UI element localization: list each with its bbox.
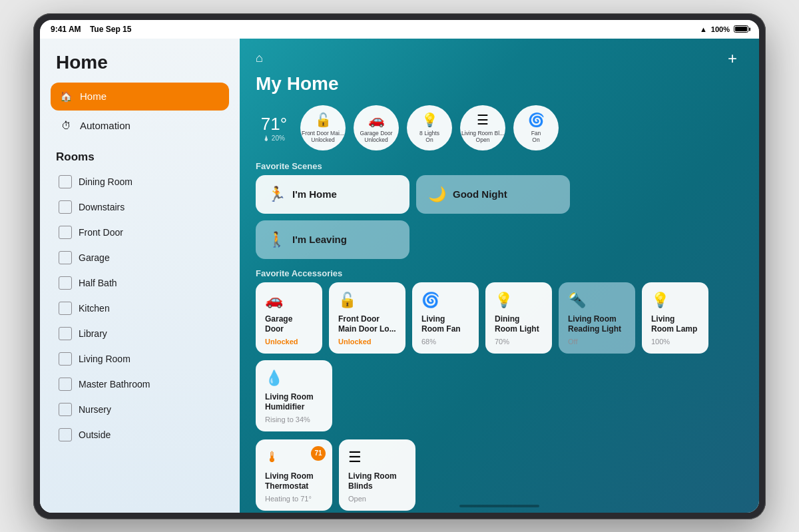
- room-living-room[interactable]: Living Room: [51, 346, 229, 372]
- im-leaving-icon: 🚶: [268, 231, 286, 248]
- room-outside[interactable]: Outside: [51, 422, 229, 447]
- room-library[interactable]: Library: [51, 321, 229, 346]
- front-door-tile-small[interactable]: 🔓 Front Door Mai...Unlocked: [300, 105, 346, 150]
- room-master-bathroom[interactable]: Master Bathroom: [51, 372, 229, 397]
- status-tiles: 71° 🌢 20% 🔓 Front Door Mai...Unlocked 🚗 …: [240, 100, 759, 158]
- reading-light-icon: 🔦: [568, 292, 626, 309]
- room-garage[interactable]: Garage: [51, 245, 229, 270]
- accessories-grid-2: 🌡 Living Room Thermostat Heating to 71° …: [240, 439, 759, 513]
- room-front-door[interactable]: Front Door: [51, 220, 229, 245]
- status-right: ▲ 100%: [700, 25, 748, 33]
- humidifier-icon: 💧: [265, 370, 323, 387]
- room-icon: [59, 226, 72, 239]
- temperature-tile[interactable]: 71° 🌢 20%: [256, 114, 292, 142]
- fan-name: Living Room Fan: [421, 314, 469, 335]
- rooms-header: Rooms: [56, 150, 229, 164]
- humidifier-status: Rising to 34%: [265, 415, 323, 423]
- im-home-label: I'm Home: [292, 188, 337, 200]
- wifi-icon: ▲: [700, 25, 707, 33]
- reading-light-name: Living Room Reading Light: [568, 314, 626, 335]
- garage-door-status: Unlocked: [265, 338, 313, 346]
- lights-small-icon: 💡: [421, 112, 438, 128]
- thermostat-status: Heating to 71°: [265, 495, 323, 503]
- temp-sub: 🌢 20%: [263, 134, 285, 142]
- room-half-bath[interactable]: Half Bath: [51, 270, 229, 296]
- accessory-living-room-lamp[interactable]: 💡 Living Room Lamp 100%: [642, 282, 708, 354]
- room-downstairs[interactable]: Downstairs: [51, 194, 229, 220]
- temp-value: 71°: [261, 114, 287, 134]
- front-door-small-label: Front Door Mai...Unlocked: [302, 130, 344, 143]
- accessory-front-door[interactable]: 🔓 Front Door Main Door Lo... Unlocked: [329, 282, 405, 354]
- thermostat-name: Living Room Thermostat: [265, 471, 323, 492]
- thermostat-badge: 71: [311, 446, 326, 461]
- scenes-header: Favorite Scenes: [240, 158, 759, 175]
- accessory-living-room-fan[interactable]: 🌀 Living Room Fan 68%: [412, 282, 479, 354]
- sidebar-item-automation[interactable]: ⏱ Automation: [51, 112, 229, 140]
- blinds-small-label: Living Room Bl...Open: [461, 130, 504, 143]
- battery-label: 100%: [711, 25, 730, 33]
- im-leaving-label: I'm Leaving: [292, 234, 347, 245]
- home-nav-icon: 🏠: [59, 89, 73, 104]
- home-indicator: [459, 505, 539, 507]
- fan-tile-small[interactable]: 🌀 FanOn: [513, 105, 559, 150]
- garage-door-icon: 🚗: [265, 292, 313, 309]
- sidebar: Home 🏠 Home ⏱ Automation Rooms Dining Ro…: [40, 39, 240, 513]
- accessory-dining-room-light[interactable]: 💡 Dining Room Light 70%: [485, 282, 552, 354]
- fan-small-label: FanOn: [531, 130, 541, 143]
- good-night-label: Good Night: [453, 188, 507, 200]
- room-icon: [59, 428, 72, 441]
- front-door-name: Front Door Main Door Lo...: [338, 314, 396, 335]
- blinds-tile-small[interactable]: ☰ Living Room Bl...Open: [460, 105, 505, 150]
- room-icon: [59, 200, 72, 214]
- automation-nav-icon: ⏱: [59, 119, 73, 133]
- ipad-screen: 9:41 AM Tue Sep 15 ▲ 100% Home 🏠 Home: [40, 20, 759, 513]
- garage-small-label: Garage DoorUnlocked: [360, 130, 392, 143]
- scene-im-leaving[interactable]: 🚶 I'm Leaving: [256, 220, 409, 259]
- room-icon: [59, 327, 72, 340]
- scene-good-night[interactable]: 🌙 Good Night: [416, 175, 570, 214]
- lamp-name: Living Room Lamp: [651, 314, 699, 335]
- accessory-humidifier[interactable]: 💧 Living Room Humidifier Rising to 34%: [256, 360, 332, 431]
- front-door-status: Unlocked: [338, 338, 396, 346]
- accessory-thermostat[interactable]: 🌡 Living Room Thermostat Heating to 71° …: [256, 439, 332, 511]
- good-night-icon: 🌙: [428, 186, 446, 203]
- room-icon: [59, 251, 72, 264]
- room-nursery[interactable]: Nursery: [51, 397, 229, 422]
- blinds-status: Open: [348, 495, 406, 503]
- im-home-icon: 🏃: [268, 186, 286, 203]
- lamp-icon: 💡: [651, 292, 699, 309]
- garage-tile-small[interactable]: 🚗 Garage DoorUnlocked: [354, 105, 399, 150]
- accessory-garage-door[interactable]: 🚗 Garage Door Unlocked: [256, 282, 322, 354]
- room-icon: [59, 403, 72, 416]
- blinds-small-icon: ☰: [477, 112, 489, 128]
- sidebar-item-home[interactable]: 🏠 Home: [51, 83, 229, 111]
- reading-light-status: Off: [568, 338, 626, 346]
- room-icon: [59, 276, 72, 290]
- room-dining-room[interactable]: Dining Room: [51, 169, 229, 194]
- accessory-reading-light[interactable]: 🔦 Living Room Reading Light Off: [559, 282, 635, 354]
- fan-icon: 🌀: [421, 292, 469, 309]
- blinds-name: Living Room Blinds: [348, 471, 406, 492]
- room-icon: [59, 302, 72, 315]
- room-icon: [59, 352, 72, 366]
- front-door-icon: 🔓: [338, 292, 396, 309]
- dining-light-name: Dining Room Light: [495, 314, 543, 335]
- home-header-icon: ⌂: [256, 51, 263, 65]
- room-kitchen[interactable]: Kitchen: [51, 296, 229, 321]
- accessories-header: Favorite Accessories: [240, 266, 759, 282]
- accessories-grid: 🚗 Garage Door Unlocked 🔓 Front Door Main…: [240, 282, 759, 445]
- lights-tile-small[interactable]: 💡 8 LightsOn: [407, 105, 452, 150]
- ipad-frame: 9:41 AM Tue Sep 15 ▲ 100% Home 🏠 Home: [33, 13, 766, 519]
- page-title: My Home: [256, 73, 338, 94]
- front-door-small-icon: 🔓: [315, 112, 332, 128]
- accessory-blinds[interactable]: ☰ Living Room Blinds Open: [339, 439, 415, 511]
- room-icon: [59, 378, 72, 391]
- room-icon: [59, 175, 72, 188]
- scene-im-home[interactable]: 🏃 I'm Home: [256, 175, 409, 214]
- battery-icon: [734, 25, 748, 33]
- add-button[interactable]: +: [722, 48, 743, 69]
- battery-fill: [735, 27, 747, 31]
- fan-small-icon: 🌀: [528, 112, 545, 128]
- lamp-status: 100%: [651, 338, 699, 346]
- scenes-grid: 🏃 I'm Home 🌙 Good Night 🚶 I'm Leaving: [240, 175, 586, 266]
